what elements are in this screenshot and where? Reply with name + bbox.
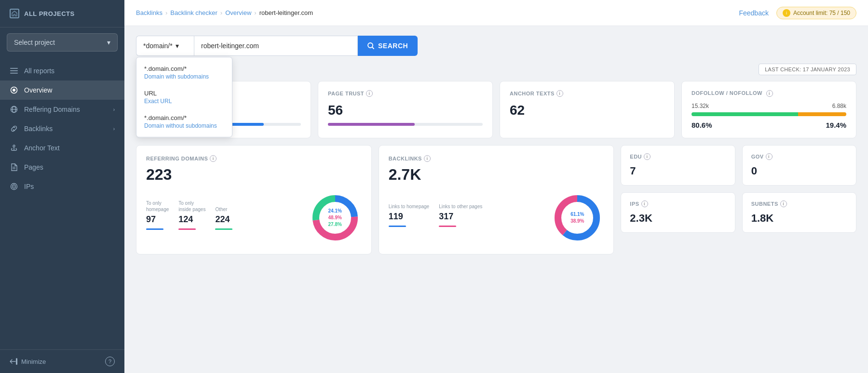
dofollow-card: DOFOLLOW / NOFOLLOW i 15.32k 6.88k 80.6%… — [681, 81, 856, 138]
sub-stat-label-1: Links to other pages — [439, 203, 482, 210]
sub-stat-bar-0 — [146, 228, 163, 230]
dofollow-bar-green — [692, 112, 798, 116]
info-icon[interactable]: i — [556, 90, 563, 97]
breadcrumb-sep-1: › — [165, 9, 167, 16]
dropdown-item-title-2: *.domain.com/* — [144, 114, 224, 121]
anchor-texts-label: ANCHOR TEXTS i — [510, 90, 665, 97]
help-button[interactable]: ? — [105, 357, 115, 366]
breadcrumb-checker[interactable]: Backlink checker — [170, 9, 217, 16]
link-icon — [10, 124, 18, 133]
dofollow-percents: 80.6% 19.4% — [692, 121, 846, 129]
feedback-button[interactable]: Feedback — [739, 9, 768, 17]
sub-stat-label-0: To only homepage — [146, 200, 169, 213]
search-icon — [367, 42, 374, 49]
nofollow-count: 6.88k — [832, 103, 846, 109]
domain-select-wrapper: *domain/* ▾ *.domain.com/* Domain with s… — [136, 36, 194, 56]
ips-label: IPS i — [630, 200, 726, 207]
dropdown-item-1[interactable]: URL Exact URL — [136, 85, 232, 109]
chevron-down-icon: ▾ — [107, 39, 110, 46]
sidebar-item-referring-domains[interactable]: Reffering Domains › — [0, 100, 124, 119]
search-button[interactable]: SEARCH — [358, 36, 418, 56]
breadcrumb-overview[interactable]: Overview — [225, 9, 251, 16]
sidebar: ALL PROJECTS Select project ▾ All report… — [0, 0, 124, 373]
ips-value: 2.3K — [630, 212, 726, 225]
all-projects-label: ALL PROJECTS — [24, 10, 75, 17]
sidebar-item-label: Overview — [24, 86, 52, 94]
project-select-label: Select project — [14, 39, 55, 46]
info-icon[interactable]: i — [766, 153, 773, 160]
dofollow-bar — [692, 112, 846, 116]
info-icon[interactable]: i — [641, 200, 648, 207]
dropdown-item-title-0: *.domain.com/* — [144, 65, 224, 72]
stats-bottom-row: REFERRING DOMAINS i 223 To only homepage… — [136, 145, 856, 254]
sidebar-item-anchor-text[interactable]: Anchor Text — [0, 138, 124, 158]
sub-stat-bar-2 — [215, 228, 232, 230]
donut-center-text: 61.1% 38.9% — [570, 211, 584, 225]
right-col: EDU i 7 GOV i 0 — [621, 145, 856, 254]
dropdown-item-2[interactable]: *.domain.com/* Domain without subdomains — [136, 109, 232, 134]
chevron-down-icon: ▾ — [176, 42, 179, 50]
backlinks-value: 2.7K — [389, 166, 604, 184]
referring-domains-label: REFERRING DOMAINS i — [146, 155, 362, 162]
dofollow-counts: 15.32k 6.88k — [692, 103, 846, 109]
sidebar-item-ips[interactable]: IPs — [0, 177, 124, 196]
sidebar-item-overview[interactable]: Overview — [0, 80, 124, 100]
gov-card: GOV i 0 — [742, 145, 856, 186]
referring-sub-stat-2: Other 224 — [215, 206, 232, 230]
dropdown-item-0[interactable]: *.domain.com/* Domain with subdomains — [136, 60, 232, 85]
sidebar-item-backlinks[interactable]: Backlinks › — [0, 119, 124, 138]
info-icon[interactable]: i — [210, 155, 217, 162]
minimize-label: Minimize — [21, 358, 46, 365]
gov-label: GOV i — [751, 153, 847, 160]
sidebar-item-label: IPs — [24, 183, 34, 190]
backlinks-sub-stats: Links to homepage 119 Links to other pag… — [389, 203, 483, 227]
domain-type-label: *domain/* — [143, 42, 173, 50]
breadcrumb-backlinks[interactable]: Backlinks — [136, 9, 163, 16]
limit-icon: i — [783, 9, 790, 17]
ips-card: IPS i 2.3K — [621, 192, 735, 233]
sidebar-item-pages[interactable]: Pages — [0, 158, 124, 177]
svg-point-8 — [13, 145, 15, 147]
dofollow-pct: 80.6% — [692, 121, 712, 129]
sidebar-item-label: Anchor Text — [24, 144, 60, 152]
sidebar-item-label: Backlinks — [24, 125, 53, 133]
sidebar-footer: Minimize ? — [0, 349, 124, 373]
chevron-icon: › — [113, 126, 115, 132]
project-select[interactable]: Select project ▾ — [7, 33, 118, 52]
donut-center-text: 24.1% 48.9% 27.8% — [328, 208, 341, 228]
sub-stat-value-1: 317 — [439, 212, 482, 222]
backlinks-sub-stat-0: Links to homepage 119 — [389, 203, 430, 227]
subnets-label: SUBNETS i — [751, 200, 847, 207]
sub-stat-bar-1 — [439, 226, 456, 227]
info-icon[interactable]: i — [644, 153, 651, 160]
sidebar-item-all-reports[interactable]: All reports — [0, 61, 124, 80]
page-trust-value: 56 — [328, 103, 483, 118]
sub-stat-label-2: Other — [215, 206, 232, 213]
sidebar-item-label: All reports — [24, 67, 54, 75]
minimize-button[interactable]: Minimize — [10, 358, 46, 365]
ips-subnets-row: IPS i 2.3K SUBNETS i 1.8K — [621, 192, 856, 233]
home-icon — [10, 9, 19, 18]
info-icon[interactable]: i — [366, 90, 373, 97]
nofollow-pct: 19.4% — [826, 121, 846, 129]
info-icon[interactable]: i — [766, 90, 773, 97]
sub-stat-value-1: 124 — [178, 214, 205, 225]
info-icon[interactable]: i — [780, 200, 787, 207]
dropdown-item-sub-0: Domain with subdomains — [144, 73, 224, 80]
edu-label: EDU i — [630, 153, 726, 160]
domain-type-button[interactable]: *domain/* ▾ — [136, 36, 194, 56]
sub-stat-bar-1 — [178, 228, 196, 230]
anchor-texts-card: ANCHOR TEXTS i 62 — [500, 81, 675, 138]
svg-rect-0 — [10, 68, 18, 69]
anchor-texts-value: 62 — [510, 103, 665, 118]
referring-donut: 24.1% 48.9% 27.8% — [309, 191, 362, 244]
backlinks-donut-wrap: 61.1% 38.9% — [551, 191, 604, 244]
page-trust-bar — [328, 123, 483, 126]
info-icon[interactable]: i — [424, 155, 431, 162]
dofollow-count: 15.32k — [692, 103, 709, 109]
search-input[interactable] — [194, 36, 358, 56]
svg-rect-2 — [10, 73, 18, 74]
sidebar-nav: All reports Overview Reffering Domains › — [0, 57, 124, 349]
content-area: *domain/* ▾ *.domain.com/* Domain with s… — [124, 26, 868, 373]
target-icon — [10, 182, 18, 191]
